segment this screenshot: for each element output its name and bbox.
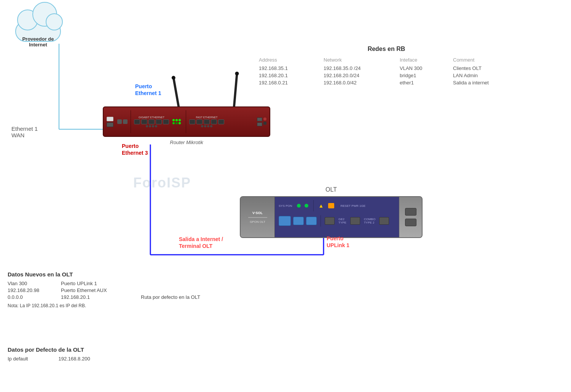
network-row3-comment: Salida a internet xyxy=(453,79,514,86)
datos-defecto-title: Datos por Defecto de la OLT xyxy=(8,346,90,353)
datos-defecto-ip-value: 192.168.8.200 xyxy=(59,356,90,362)
puerto-eth1-label: Puerto Ethernet 1 xyxy=(135,83,161,97)
puerto-eth3-label: Puerto Ethernet 3 xyxy=(122,143,148,156)
network-row1-address: 192.168.35.1 xyxy=(259,65,320,71)
network-row2-network: 192.168.20.0/24 xyxy=(324,72,396,79)
eth-wan-label: Ethernet 1 WAN xyxy=(11,125,38,138)
olt-right-panel xyxy=(399,197,422,237)
router-body: GIGABIT ETHERNET xyxy=(103,106,270,137)
router-mikrotik: GIGABIT ETHERNET xyxy=(103,106,270,144)
olt-device: OLT V·SOL GPON OLT SYS PON ▲ RESET PWR 1… xyxy=(240,186,423,238)
datos-row3-col3: Ruta por defecto en la OLT xyxy=(141,294,200,300)
olt-gpon-label: GPON OLT xyxy=(250,220,265,224)
olt-console-port xyxy=(405,208,416,216)
network-row3-address: 192.168.0.21 xyxy=(259,79,320,86)
network-row1-interface: VLAN 300 xyxy=(400,65,449,71)
olt-port-3 xyxy=(306,217,317,225)
datos-row3-col2: 192.168.20.1 xyxy=(61,294,137,300)
network-row2-address: 192.168.20.1 xyxy=(259,72,320,79)
network-table-title: Redes en RB xyxy=(259,46,514,52)
network-row1-network: 192.168.35.0 /24 xyxy=(324,65,396,71)
datos-row1-col1: Vlan 300 xyxy=(8,281,57,286)
watermark: ForoISP xyxy=(133,175,191,191)
cloud-label: Proveedor de Internet xyxy=(11,36,65,48)
olt-port-uplink1 xyxy=(279,216,291,226)
olt-port-sfp3 xyxy=(379,217,389,225)
olt-ports-row: GE2TYPE COMBOTYPE 2 xyxy=(279,215,395,227)
olt-port-sfp2 xyxy=(350,217,360,225)
network-row3-network: 192.168.0.0/42 xyxy=(324,79,396,86)
network-row2-comment: LAN Admin xyxy=(453,72,514,79)
olt-port-sfp1 xyxy=(325,217,335,225)
network-header-comment: Comment xyxy=(453,57,514,64)
network-row1-comment: Clientes OLT xyxy=(453,65,514,71)
olt-internet-label: Salida a Internet / Terminal OLT xyxy=(179,236,223,249)
datos-nuevos-title: Datos Nuevos en la OLT xyxy=(8,271,200,278)
network-header-network: Network xyxy=(324,57,396,64)
datos-row2-col1: 192.168.20.98 xyxy=(8,287,57,293)
olt-top-row: SYS PON ▲ RESET PWR 1GE xyxy=(279,200,395,211)
datos-row1-col3 xyxy=(141,281,200,286)
datos-row3-col1: 0.0.0.0 xyxy=(8,294,57,300)
network-grid: Address Network Inteface Comment 192.168… xyxy=(259,57,514,86)
network-row2-interface: bridge1 xyxy=(400,72,449,79)
datos-row1-col2: Puerto UPLink 1 xyxy=(61,281,137,286)
olt-uplink-label: Puerto UPLink 1 xyxy=(327,235,349,249)
datos-nuevos-section: Datos Nuevos en la OLT Vlan 300 Puerto U… xyxy=(8,271,200,308)
router-label: Router Mikrotik xyxy=(170,140,203,145)
datos-row2-col3 xyxy=(141,287,200,293)
datos-defecto-section: Datos por Defecto de la OLT Ip default 1… xyxy=(8,346,90,362)
olt-left-panel: V·SOL GPON OLT xyxy=(241,197,275,237)
network-table: Redes en RB Address Network Inteface Com… xyxy=(259,46,514,86)
olt-logo: V·SOL xyxy=(252,211,263,215)
network-header-address: Address xyxy=(259,57,320,64)
network-row3-interface: ether1 xyxy=(400,79,449,86)
olt-main-panel: SYS PON ▲ RESET PWR 1GE GE2TYPE COMBOTYP… xyxy=(275,197,399,237)
olt-port-2 xyxy=(293,217,304,225)
datos-row2-col2: Puerto Ethernet AUX xyxy=(61,287,137,293)
cloud-shape: Proveedor de Internet xyxy=(11,11,65,49)
olt-body: V·SOL GPON OLT SYS PON ▲ RESET PWR 1GE xyxy=(240,196,423,238)
datos-defecto-ip-label: Ip default xyxy=(8,356,28,362)
datos-note: Nota: La IP 192.168.20.1 es IP del RB. xyxy=(8,303,200,308)
network-header-inteface: Inteface xyxy=(400,57,449,64)
olt-title: OLT xyxy=(240,186,423,193)
olt-aux-port xyxy=(405,219,416,226)
